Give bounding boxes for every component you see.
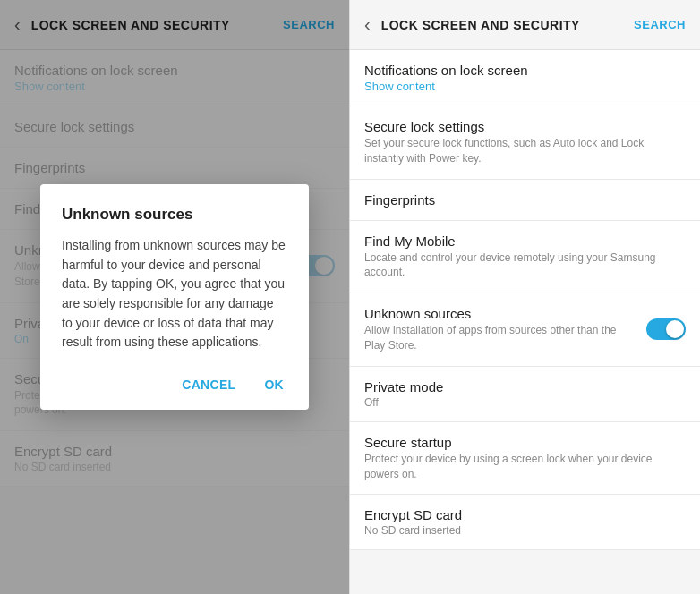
dialog-overlay: Unknown sources Installing from unknown … xyxy=(0,0,349,594)
right-settings-list: Notifications on lock screen Show conten… xyxy=(350,50,700,594)
right-notifications-item[interactable]: Notifications on lock screen Show conten… xyxy=(350,50,700,106)
right-fingerprints-title: Fingerprints xyxy=(364,192,686,208)
right-secure-lock-item[interactable]: Secure lock settings Set your secure loc… xyxy=(350,106,700,180)
unknown-sources-dialog: Unknown sources Installing from unknown … xyxy=(40,184,309,410)
right-secure-startup-desc: Protect your device by using a screen lo… xyxy=(364,452,686,482)
right-fingerprints-item[interactable]: Fingerprints xyxy=(350,180,700,221)
right-unknown-sources-title: Unknown sources xyxy=(364,306,636,321)
right-secure-lock-title: Secure lock settings xyxy=(364,119,686,134)
right-private-mode-item[interactable]: Private mode Off xyxy=(350,367,700,422)
right-search-button[interactable]: SEARCH xyxy=(634,18,686,31)
right-unknown-sources-toggle[interactable] xyxy=(646,318,686,340)
left-panel: ‹ LOCK SCREEN AND SECURITY SEARCH Notifi… xyxy=(0,0,350,594)
right-secure-startup-title: Secure startup xyxy=(364,435,686,450)
right-header: ‹ LOCK SCREEN AND SECURITY SEARCH xyxy=(350,0,700,50)
dialog-actions: CANCEL OK xyxy=(62,370,287,399)
right-notifications-title: Notifications on lock screen xyxy=(364,63,686,78)
right-encrypt-sd-value: No SD card inserted xyxy=(364,524,686,537)
right-panel: ‹ LOCK SCREEN AND SECURITY SEARCH Notifi… xyxy=(350,0,700,594)
right-secure-lock-desc: Set your secure lock functions, such as … xyxy=(364,136,686,166)
right-unknown-sources-item[interactable]: Unknown sources Allow installation of ap… xyxy=(350,293,700,367)
right-find-mobile-title: Find My Mobile xyxy=(364,233,686,249)
right-find-mobile-desc: Locate and control your device remotely … xyxy=(364,250,686,281)
right-back-icon[interactable]: ‹ xyxy=(364,14,371,35)
dialog-title: Unknown sources xyxy=(62,206,287,224)
dialog-ok-button[interactable]: OK xyxy=(260,370,287,399)
right-private-mode-value: Off xyxy=(364,396,686,409)
right-unknown-sources-desc: Allow installation of apps from sources … xyxy=(364,323,636,353)
right-secure-startup-item[interactable]: Secure startup Protect your device by us… xyxy=(350,422,700,496)
right-encrypt-sd-title: Encrypt SD card xyxy=(364,507,686,522)
dialog-body: Installing from unknown sources may be h… xyxy=(62,236,287,352)
right-notifications-subtitle: Show content xyxy=(364,80,686,93)
right-find-mobile-item[interactable]: Find My Mobile Locate and control your d… xyxy=(350,221,700,294)
right-private-mode-title: Private mode xyxy=(364,379,686,395)
right-encrypt-sd-item[interactable]: Encrypt SD card No SD card inserted xyxy=(350,495,700,550)
right-header-title: LOCK SCREEN AND SECURITY xyxy=(381,18,634,32)
dialog-cancel-button[interactable]: CANCEL xyxy=(178,370,239,399)
